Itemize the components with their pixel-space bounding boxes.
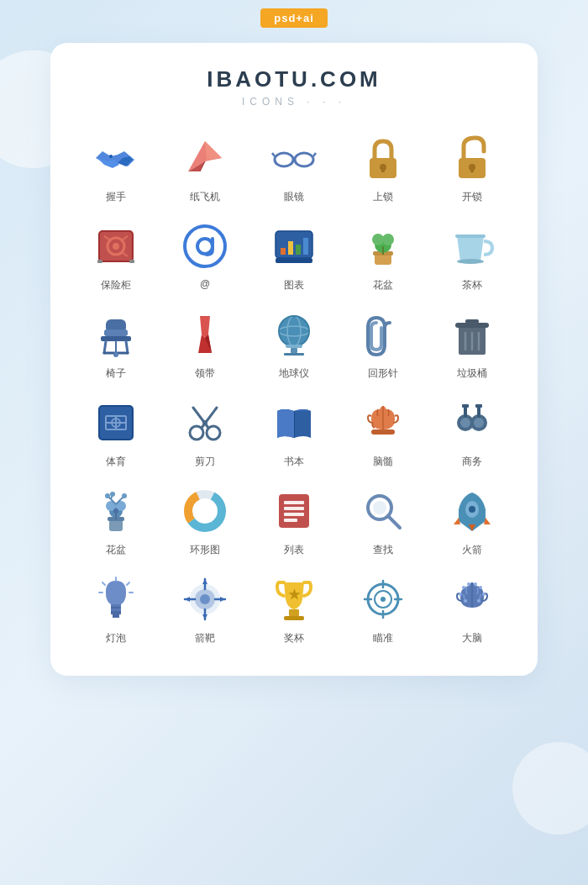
svg-point-26	[197, 239, 213, 254]
locked-label: 上锁	[373, 190, 393, 204]
svg-point-41	[457, 259, 484, 264]
target-arrows-icon	[178, 572, 232, 626]
teacup-icon	[445, 219, 499, 273]
svg-rect-40	[455, 234, 486, 238]
svg-line-8	[272, 153, 275, 156]
list-label: 列表	[284, 543, 304, 557]
svg-rect-59	[284, 353, 304, 356]
svg-point-5	[275, 153, 293, 166]
paper-plane-label: 纸飞机	[190, 190, 220, 204]
svg-rect-82	[464, 406, 467, 418]
svg-rect-84	[462, 404, 469, 408]
svg-rect-86	[109, 519, 123, 531]
trophy-label: 奖杯	[284, 631, 304, 645]
svg-point-97	[105, 493, 110, 498]
card-subtitle: ICONS · · ·	[76, 96, 512, 108]
chair-label: 椅子	[106, 366, 126, 381]
icons-grid: 握手 纸飞机	[76, 131, 512, 645]
list-item: 椅子	[76, 308, 156, 381]
svg-line-46	[126, 341, 128, 353]
main-card: IBAOTU.COM ICONS · · · 握手	[50, 43, 538, 676]
bulb-label: 灯泡	[106, 631, 126, 645]
book-label: 书本	[284, 455, 304, 469]
list-item: 剪刀	[165, 396, 245, 469]
list-item: 纸飞机	[165, 131, 245, 204]
svg-line-117	[127, 582, 129, 585]
glasses-label: 眼镜	[284, 190, 304, 204]
list-item: 上锁	[343, 131, 423, 204]
svg-point-98	[110, 492, 115, 497]
target-arrows-label: 箭靶	[195, 631, 215, 645]
svg-rect-31	[296, 245, 301, 255]
at-icon	[178, 219, 232, 273]
rocket-label: 火箭	[462, 543, 482, 557]
svg-rect-109	[284, 519, 297, 522]
trophy-icon: ★	[267, 572, 321, 626]
svg-line-118	[102, 582, 105, 585]
list-item: 握手	[76, 131, 156, 204]
list-item: 眼镜	[254, 131, 334, 204]
svg-text:★: ★	[288, 587, 301, 602]
sports-icon	[89, 396, 143, 450]
scissors-icon	[178, 396, 232, 450]
rocket-icon	[445, 484, 499, 538]
svg-rect-43	[104, 329, 128, 336]
svg-rect-32	[303, 238, 308, 255]
list-item: @	[165, 219, 245, 292]
search-icon	[356, 484, 410, 538]
svg-rect-106	[284, 501, 304, 504]
svg-rect-15	[470, 167, 474, 172]
trash-label: 垃圾桶	[457, 366, 487, 381]
list-item: 环形图	[165, 484, 245, 557]
svg-rect-132	[289, 609, 299, 616]
list-item: 垃圾桶	[432, 308, 512, 381]
svg-point-114	[469, 506, 475, 513]
svg-rect-77	[371, 429, 395, 435]
paperclip-label: 回形针	[368, 366, 398, 381]
svg-point-145	[479, 586, 482, 589]
site-title: IBAOTU.COM	[76, 66, 512, 92]
svg-point-80	[460, 418, 470, 428]
list-item: 商务	[432, 396, 512, 469]
svg-line-45	[104, 341, 106, 353]
svg-marker-129	[185, 597, 190, 602]
brain2-icon	[445, 572, 499, 626]
svg-line-9	[313, 153, 316, 156]
svg-point-0	[109, 155, 113, 158]
donut-chart-label: 环形图	[190, 543, 220, 557]
svg-marker-131	[220, 597, 225, 602]
svg-rect-107	[284, 507, 304, 510]
svg-rect-39	[382, 246, 384, 255]
list-item: 大脑	[432, 572, 512, 645]
list-item: 图表	[254, 219, 334, 292]
brain-icon	[356, 396, 410, 450]
svg-point-104	[195, 501, 215, 521]
list-item: 列表	[254, 484, 334, 557]
business-icon	[445, 396, 499, 450]
list-item: 花盆	[76, 484, 156, 557]
svg-rect-58	[291, 348, 297, 353]
unlocked-label: 开锁	[462, 190, 482, 204]
list-item: 领带	[165, 308, 245, 381]
chart-label: 图表	[284, 278, 304, 292]
svg-point-6	[295, 153, 313, 166]
list-item: 花盆	[343, 219, 423, 292]
list-item: 回形针	[343, 308, 423, 381]
svg-rect-62	[465, 319, 479, 324]
svg-point-99	[122, 493, 127, 498]
tie-icon	[178, 308, 232, 361]
svg-point-100	[113, 508, 118, 514]
handshake-icon	[89, 131, 143, 185]
crosshair-label: 瞄准	[373, 631, 393, 645]
svg-point-37	[372, 234, 384, 245]
svg-point-112	[373, 501, 386, 514]
flower-pot2-icon	[89, 484, 143, 538]
list-icon	[267, 484, 321, 538]
svg-point-38	[382, 234, 394, 245]
list-item: 查找	[343, 484, 423, 557]
at-label: @	[200, 278, 210, 290]
format-badge: psd+ai	[260, 8, 328, 28]
list-item: 地球仪	[254, 308, 334, 381]
unlocked-icon	[445, 131, 499, 185]
handshake-label: 握手	[106, 190, 126, 204]
